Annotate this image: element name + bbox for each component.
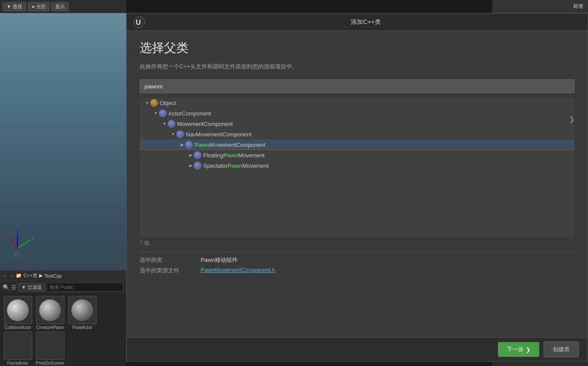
tree-item-object[interactable]: ▼ Object [140,98,575,108]
actorcomponent-label: ActorComponent [168,110,211,117]
sphere-icon [7,299,29,321]
tree-item-actorcomponent[interactable]: ▼ ActorComponent [140,108,575,119]
cpp-label: C++类 [24,272,37,279]
navmovement-class-icon [176,130,184,138]
expand-arrow-actorcomponent: ▼ [153,110,159,116]
ue-logo-icon: U [133,16,145,28]
pawnmovement-class-icon [185,141,193,149]
perspective-btn[interactable]: ▼ 透视 [3,2,26,11]
page-description: 此操作将把一个C++头文件和源码文件添加到您的游戏项目中。 [140,63,575,71]
asset-thumbnail [4,296,32,324]
floatingpawn-label: FloatingPawnMovement [203,152,265,159]
search-filter-bar: 🔍 ☰ ▼ 过滤器 [0,281,126,293]
asset-search-input[interactable] [47,283,124,291]
selected-class-label: 选中的类 [140,256,192,264]
svg-text:Y: Y [31,237,34,241]
asset-thumbnail [36,296,64,324]
list-view-icon: ☰ [11,284,17,291]
dropdown-icon: ▼ [7,4,11,9]
object-label: Object [160,100,176,106]
nav-back-btn[interactable]: ← [3,273,7,278]
asset-thumbnail [68,296,97,324]
testcpp-label: TestCpp [44,273,62,278]
expand-arrow-spectator: ▶ [188,163,194,169]
top-toolbar: ▼ 透视 ● 光照 显示 [0,0,126,13]
actorcomponent-class-icon [159,109,167,117]
sphere-icon [71,299,93,321]
expand-arrow-floating: ▶ [188,152,194,158]
tree-item-navmovement[interactable]: ▼ NavMovementComponent [140,129,575,139]
selected-source-row: 选中的类源文件 PawnMovementComponent.h [140,267,575,274]
selected-class-value: Pawn移动组件 [201,256,238,264]
asset-label: CollisionActor [4,325,31,330]
tree-item-pawnmovement[interactable]: ▶ PawnMovementComponent [140,139,575,150]
selected-source-value[interactable]: PawnMovementComponent.h [201,267,275,274]
spectatorpawn-class-icon [194,162,202,169]
selected-info: 选中的类 Pawn移动组件 选中的类源文件 PawnMovementCompon… [140,251,575,279]
lighting-btn[interactable]: ● 光照 [28,2,50,11]
list-item[interactable]: PrintOnScreen Object [35,332,65,366]
svg-text:U: U [136,19,141,26]
create-class-button[interactable]: 创建类 [544,342,579,357]
page-title: 选择父类 [140,40,575,56]
dialog-titlebar: U 添加C++类 [127,14,588,31]
dialog-body: 选择父类 此操作将把一个C++头文件和源码文件添加到您的游戏项目中。 ▼ Obj… [127,31,588,288]
selected-source-label: 选中的类源文件 [140,267,192,274]
spectatorpawn-label: SpectatorPawnMovement [203,163,269,169]
filter-btn[interactable]: ▼ 过滤器 [18,283,45,291]
list-item[interactable]: FloatActor [67,296,97,330]
asset-grid: CollisionActor CreaturePawn FloatActor F… [0,293,126,366]
next-step-button[interactable]: 下一步 ❯ [498,342,539,357]
right-panel-header: 标签 [493,0,588,13]
dialog-title: 添加C++类 [151,18,581,26]
folder-icon: 📁 [16,273,22,278]
svg-text:Z: Z [17,231,19,235]
dialog-footer: 下一步 ❯ 创建类 [127,337,588,361]
tree-item-spectatorpawn[interactable]: ▶ SpectatorPawnMovement [140,160,575,171]
object-class-icon [150,99,158,107]
breadcrumb-arrow: ▶ [39,273,43,278]
asset-thumbnail [4,332,32,360]
asset-label: CreaturePawn [36,325,64,330]
movementcomponent-class-icon [168,120,175,128]
nav-fwd-btn[interactable]: → [9,273,14,278]
tree-item-floatingpawn[interactable]: ▶ FloatingPawnMovement [140,150,575,160]
lighting-icon: ● [32,4,35,9]
expand-arrow-nav: ▼ [170,131,176,137]
item-count: 7 项 [140,240,575,247]
asset-thumbnail [36,332,64,360]
asset-label: FloatActor [72,325,92,330]
bottom-panel-header: ← → 📁 C++类 ▶ TestCpp [0,271,126,281]
svg-text:X: X [10,236,13,241]
bottom-panel: ← → 📁 C++类 ▶ TestCpp 🔍 ☰ ▼ 过滤器 Collision… [0,270,126,366]
list-item[interactable]: CollisionActor [3,296,33,330]
svg-text:?: ? [16,254,18,257]
class-search-input[interactable] [140,79,575,93]
axis-indicator: Y X Z ? [9,231,35,257]
scroll-right-arrow: ❯ [569,115,575,123]
breadcrumb: ← → 📁 C++类 ▶ TestCpp [3,272,62,279]
asset-label: ForceActor [7,361,29,366]
movementcomponent-label: MovementComponent [177,121,233,127]
search-icon: 🔍 [3,284,10,291]
expand-arrow-object: ▼ [144,100,150,106]
list-item[interactable]: CreaturePawn [35,296,65,330]
svg-line-0 [17,240,30,248]
selected-class-row: 选中的类 Pawn移动组件 [140,256,575,264]
display-btn[interactable]: 显示 [51,2,69,11]
pawnmovement-label: PawnMovementComponent [195,142,265,148]
class-tree: ▼ Object ▼ ActorComponent ▼ MovementComp… [140,98,575,237]
floatingpawn-class-icon [194,151,202,159]
filter-icon: ▼ [21,285,26,290]
add-cpp-dialog: U 添加C++类 选择父类 此操作将把一个C++头文件和源码文件添加到您的游戏项… [126,13,588,362]
tree-item-movementcomponent[interactable]: ▼ MovementComponent [140,119,575,129]
list-item[interactable]: ForceActor [3,332,33,366]
expand-arrow-movement: ▼ [161,121,168,127]
asset-label: PrintOnScreen Object [35,361,65,366]
navmovement-label: NavMovementComponent [186,131,252,138]
expand-arrow-pawnmovement: ▶ [179,142,185,148]
sphere-icon [39,299,61,321]
svg-line-1 [11,240,17,248]
